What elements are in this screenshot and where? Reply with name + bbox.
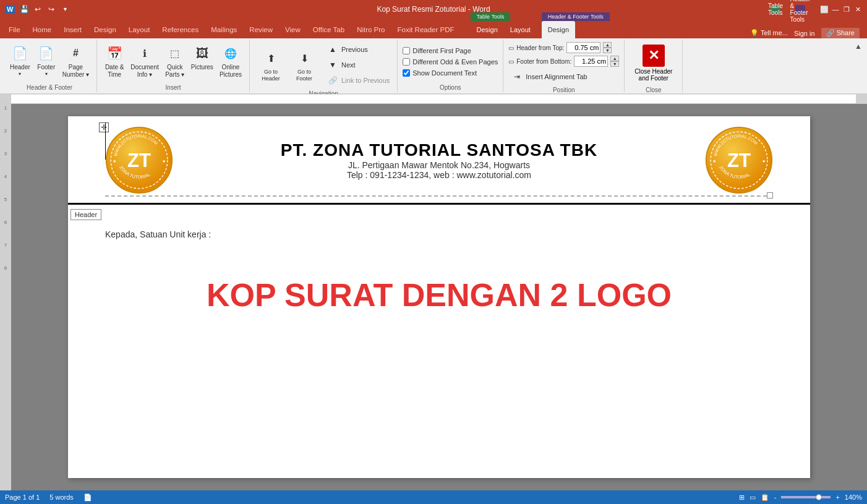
redo-quick-btn[interactable]: ↪ — [46, 4, 57, 15]
link-to-previous-btn[interactable]: 🔗 Link to Previous — [324, 73, 392, 88]
footer-bottom-down[interactable]: ▼ — [610, 61, 619, 67]
fullscreen-btn[interactable]: ⬜ — [820, 5, 829, 14]
word-icon: W — [5, 5, 15, 14]
tab-insert[interactable]: Insert — [58, 21, 88, 38]
tab-nitro[interactable]: Nitro Pro — [351, 21, 391, 38]
svg-text:★: ★ — [162, 158, 166, 164]
show-doc-text-checkbox[interactable] — [403, 69, 410, 77]
header-from-top-input[interactable] — [566, 42, 600, 53]
previous-btn[interactable]: ▲ Previous — [324, 42, 392, 57]
goto-header-btn[interactable]: ⬆ Go to Header — [255, 47, 287, 83]
insert-align-tab-btn[interactable]: ⇥ Insert Alignment Tab — [508, 69, 589, 84]
ribbon-section-hf: 📄 Header ▾ 📄 Footer ▾ # Page Number ▾ He… — [2, 40, 97, 92]
signin-btn[interactable]: Sign in — [794, 30, 815, 37]
customize-quick-btn[interactable]: ▼ — [59, 4, 70, 15]
tab-design[interactable]: Design — [88, 21, 122, 38]
undo-quick-btn[interactable]: ↩ — [32, 4, 43, 15]
footer-bottom-up[interactable]: ▲ — [610, 56, 619, 61]
diff-odd-even-checkbox[interactable] — [403, 58, 410, 66]
online-pictures-btn[interactable]: 🌐 Online Pictures — [217, 42, 244, 79]
close-section-label: Close — [646, 85, 662, 93]
tab-layout[interactable]: Layout — [122, 21, 156, 38]
tab-view[interactable]: View — [279, 21, 307, 38]
ribbon-section-nav: ⬆ Go to Header ⬇ Go to Footer ▲ Previous… — [250, 40, 398, 92]
tab-table-layout[interactable]: Layout — [504, 21, 537, 38]
header-resize-handle[interactable] — [767, 192, 773, 199]
tab-foxit[interactable]: Foxit Reader PDF — [391, 21, 461, 38]
tab-home[interactable]: Home — [27, 21, 58, 38]
page-number-btn[interactable]: # Page Number ▾ — [60, 42, 92, 79]
company-name: PT. ZONA TUTORIAL SANTOSA TBK — [173, 140, 705, 160]
show-doc-text-label: Show Document Text — [412, 69, 477, 77]
window-controls: Table Tools Header & Footer Tools ⬜ — ❐ … — [771, 5, 862, 14]
next-btn[interactable]: ▼ Next — [324, 58, 392, 72]
ribbon-collapse-btn[interactable]: ▲ — [852, 40, 865, 92]
window-title: Kop Surat Resmi Zotutorial - Word — [377, 5, 490, 14]
quickparts-btn[interactable]: ⬚ Quick Parts ▾ — [163, 42, 187, 79]
horizontal-ruler — [0, 94, 867, 104]
previous-icon: ▲ — [327, 43, 339, 56]
svg-text:★: ★ — [712, 158, 716, 164]
restore-btn[interactable]: ❐ — [842, 5, 851, 14]
header-btn[interactable]: 📄 Header ▾ — [7, 42, 33, 78]
footer-from-bottom-input[interactable] — [574, 56, 608, 67]
diff-first-page-label: Different First Page — [412, 47, 471, 54]
tab-hf-design[interactable]: Design — [542, 21, 575, 38]
vertical-ruler: 1 2 3 4 5 6 7 8 — [0, 104, 11, 490]
context-tab-label: Table Tools — [771, 5, 780, 14]
footer-bottom-spinner: ▲ ▼ — [610, 56, 619, 67]
document-page: ✛ ZT — [68, 116, 810, 478]
ribbon-section-position: ▭ Header from Top: ▲ ▼ ▭ Footer from Bot… — [503, 40, 625, 92]
save-quick-btn[interactable]: 💾 — [19, 4, 30, 15]
header-top-down[interactable]: ▼ — [603, 48, 612, 53]
tab-officetab[interactable]: Office Tab — [307, 21, 351, 38]
quickparts-icon: ⬚ — [165, 43, 185, 63]
footer-btn[interactable]: 📄 Footer ▾ — [34, 42, 59, 78]
title-bar-left: W 💾 ↩ ↪ ▼ — [5, 4, 70, 15]
options-section-label: Options — [440, 83, 461, 91]
close-hf-icon: ✕ — [643, 45, 665, 67]
tab-mailings[interactable]: Mailings — [205, 21, 243, 38]
diff-odd-even-label: Different Odd & Even Pages — [412, 58, 498, 66]
goto-header-icon: ⬆ — [261, 48, 281, 68]
close-btn[interactable]: ✕ — [853, 5, 862, 14]
datetime-icon: 📅 — [105, 43, 124, 63]
footer-from-bottom-label: Footer from Bottom: — [516, 58, 571, 65]
salutation: Kepada, Satuan Unit kerja : — [105, 229, 773, 239]
share-btn[interactable]: 🔗 Share — [821, 28, 860, 38]
header-top-up[interactable]: ▲ — [603, 42, 612, 48]
main-area: 1 2 3 4 5 6 7 8 ✛ — [0, 104, 867, 490]
tab-table-design[interactable]: Design — [471, 21, 504, 38]
document-area: ✛ ZT — [11, 104, 867, 490]
docinfo-btn[interactable]: ℹ Document Info ▾ — [128, 42, 161, 79]
tab-review[interactable]: Review — [243, 21, 279, 38]
company-address: JL. Pertigaan Mawar Mentok No.234, Hogwa… — [173, 160, 705, 170]
pictures-btn[interactable]: 🖼 Pictures — [189, 42, 216, 72]
footer-icon: 📄 — [36, 43, 56, 63]
ruler-svg — [11, 94, 856, 104]
goto-footer-btn[interactable]: ⬇ Go to Footer — [288, 47, 320, 83]
header-from-top-icon: ▭ — [508, 45, 514, 51]
minimize-btn[interactable]: — — [831, 5, 840, 14]
svg-text:★: ★ — [762, 158, 766, 164]
close-hf-btn[interactable]: ✕ Close Headerand Footer — [630, 42, 677, 84]
header-move-handle[interactable]: ✛ — [99, 122, 109, 132]
insert-buttons: 📅 Date & Time ℹ Document Info ▾ ⬚ Quick … — [102, 41, 244, 83]
header-from-top-row: ▭ Header from Top: ▲ ▼ — [508, 42, 612, 53]
link-icon: 🔗 — [327, 74, 339, 87]
ribbon: 📄 Header ▾ 📄 Footer ▾ # Page Number ▾ He… — [0, 38, 867, 94]
tab-file[interactable]: File — [2, 21, 27, 38]
tell-me-btn[interactable]: 💡 Tell me... — [750, 29, 788, 37]
logo-right: ZT WWW.ZOTUTORIAL.COM ZONA TUTORIAL ★ ★ — [705, 126, 773, 194]
footer-from-bottom-icon: ▭ — [508, 58, 514, 65]
close-content: ✕ Close Headerand Footer — [630, 41, 677, 85]
datetime-btn[interactable]: 📅 Date & Time — [102, 42, 127, 79]
insert-section-label: Insert — [166, 83, 181, 91]
nav-buttons: ⬆ Go to Header ⬇ Go to Footer ▲ Previous… — [255, 41, 392, 89]
svg-text:★: ★ — [113, 158, 116, 164]
diff-first-page-checkbox[interactable] — [403, 47, 410, 54]
diff-first-page-row: Different First Page — [403, 46, 471, 56]
tab-references[interactable]: References — [156, 21, 205, 38]
document-header[interactable]: ✛ ZT — [68, 116, 810, 205]
show-doc-text-row: Show Document Text — [403, 68, 477, 78]
